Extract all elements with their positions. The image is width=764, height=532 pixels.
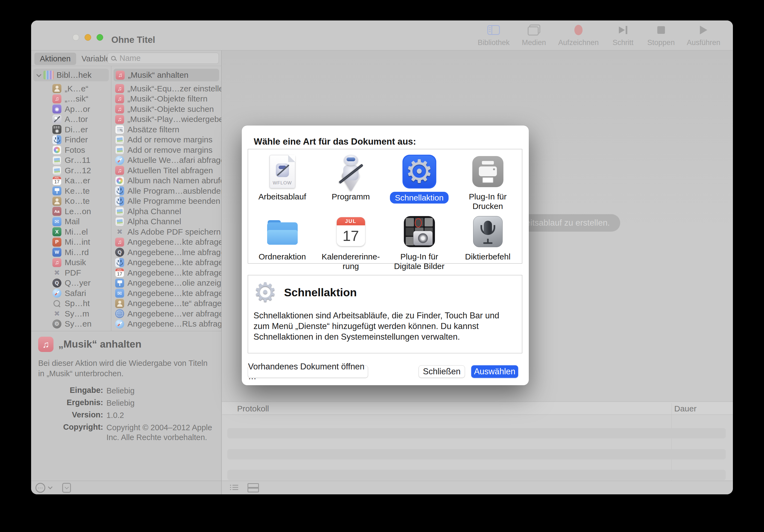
- library-item[interactable]: Sp…ht: [31, 298, 111, 309]
- action-item[interactable]: Aktuellen Titel abfragen: [111, 165, 221, 176]
- library-item[interactable]: Mi…el: [31, 227, 111, 237]
- library-item[interactable]: Gr…11: [31, 155, 111, 166]
- minimize-button[interactable]: [85, 34, 91, 41]
- library-item[interactable]: „…sik“: [31, 94, 111, 104]
- action-item[interactable]: Angegebene…olie anzeigen: [111, 278, 221, 288]
- toolbar-button-schritt[interactable]: Schritt: [611, 23, 635, 47]
- library-item[interactable]: Ke…te: [31, 186, 111, 196]
- close-button[interactable]: [73, 34, 79, 41]
- word-icon: [52, 248, 61, 257]
- textedit-icon: [115, 125, 124, 134]
- library-item[interactable]: Q…yer: [31, 278, 111, 288]
- doc-type-option-diktierbefehl[interactable]: Diktierbefehl: [454, 211, 522, 271]
- library-item[interactable]: PDF: [31, 267, 111, 278]
- library-item[interactable]: Gr…12: [31, 165, 111, 176]
- calendar-day: 17: [54, 179, 60, 185]
- library-item[interactable]: Mail: [31, 217, 111, 227]
- action-item[interactable]: „Musik“-Objekte filtern: [111, 94, 221, 104]
- toolbar-button-bibliothek[interactable]: Bibliothek: [478, 23, 510, 47]
- toolbar-button-aufzeichnen[interactable]: Aufzeichnen: [558, 23, 599, 47]
- library-item[interactable]: Fotos: [31, 145, 111, 155]
- doc-type-option-ordneraktion[interactable]: Ordneraktion: [248, 211, 316, 271]
- library-item-label: Mail: [65, 217, 80, 226]
- action-item[interactable]: Angegebene…te“ abfragen: [111, 298, 221, 309]
- action-item-selected[interactable]: „Musik“ anhalten: [113, 69, 219, 81]
- library-item-label: Sy…m: [65, 309, 89, 318]
- open-existing-document-button[interactable]: Vorhandenes Dokument öffnen …: [248, 365, 368, 378]
- action-item[interactable]: Add or remove margins: [111, 145, 221, 155]
- library-item[interactable]: Sy…en: [31, 319, 111, 329]
- stack-view-icon[interactable]: [248, 483, 257, 492]
- action-item[interactable]: „Musik“-Objekte suchen: [111, 104, 221, 114]
- list-view-icon[interactable]: [230, 485, 238, 491]
- library-item[interactable]: JUL17Ka…er: [31, 176, 111, 186]
- calendar-month: JUL: [53, 177, 61, 179]
- search-input[interactable]: [119, 54, 215, 63]
- toolbar-button-stoppen[interactable]: Stoppen: [647, 23, 675, 47]
- tab-aktionen[interactable]: Aktionen: [34, 53, 76, 65]
- library-header-row[interactable]: Bibl…hek: [33, 69, 109, 81]
- action-item[interactable]: Aktuelle We…afari abfragen: [111, 155, 221, 166]
- automator-icon: [52, 115, 61, 124]
- action-item[interactable]: „Musik“-Play…wiedergeben: [111, 114, 221, 125]
- library-item[interactable]: Le…on: [31, 206, 111, 217]
- digitalimages-icon: [52, 125, 61, 134]
- library-item[interactable]: Ap…or: [31, 104, 111, 114]
- close-button-dialog[interactable]: Schließen: [419, 365, 465, 378]
- library-item[interactable]: Mi…int: [31, 237, 111, 248]
- action-item[interactable]: Als Adobe PDF speichern: [111, 227, 221, 237]
- action-item-label: Album nach Namen abrufen: [127, 176, 221, 185]
- action-item[interactable]: Angegebene…lme abfragen: [111, 247, 221, 258]
- action-item[interactable]: Alpha Channel: [111, 206, 221, 217]
- action-item[interactable]: Alle Program…ausblenden: [111, 186, 221, 196]
- doc-type-option-schnellaktion[interactable]: ⚙Schnellaktion: [385, 151, 454, 211]
- music-icon: [115, 94, 124, 103]
- doc-type-option-arbeitsablauf[interactable]: WFLOWArbeitsablauf: [248, 151, 316, 211]
- library-item[interactable]: A…tor: [31, 114, 111, 125]
- select-button[interactable]: Auswählen: [471, 365, 518, 378]
- library-item[interactable]: Musik: [31, 258, 111, 268]
- library-item[interactable]: Mi…rd: [31, 247, 111, 258]
- action-item[interactable]: Alpha Channel: [111, 217, 221, 227]
- chevron-down-icon[interactable]: [48, 484, 53, 489]
- search-field[interactable]: [107, 53, 219, 64]
- doc-type-option-plug-in-für-drucken[interactable]: Plug-In für Drucken: [454, 151, 522, 211]
- step-icon: [619, 23, 627, 37]
- dialog-title: Wähle eine Art für das Dokument aus:: [254, 136, 416, 147]
- zoom-button[interactable]: [96, 34, 103, 41]
- action-item[interactable]: Alle Programme beenden: [111, 196, 221, 207]
- action-item[interactable]: Angegebene…kte abfragen: [111, 288, 221, 298]
- action-item[interactable]: Absätze filtern: [111, 124, 221, 135]
- toolbar-button-medien[interactable]: Medien: [522, 23, 546, 47]
- library-item[interactable]: Sy…m: [31, 308, 111, 319]
- action-item[interactable]: Angegebene…kte abfragen: [111, 258, 221, 268]
- media-popup-icon[interactable]: [62, 483, 71, 493]
- action-item[interactable]: JUL17Angegebene…kte abfragen: [111, 267, 221, 278]
- doc-type-option-kalendererinne--rung[interactable]: JUL17Kalendererinne- rung: [316, 211, 385, 271]
- toolbar-label: Schritt: [613, 39, 634, 47]
- chevron-expanded-icon[interactable]: [36, 72, 41, 77]
- library-item[interactable]: Di…er: [31, 124, 111, 135]
- action-item[interactable]: Angegebene…RLs abfragen: [111, 319, 221, 329]
- more-options-icon[interactable]: ⋯: [36, 483, 45, 493]
- library-item[interactable]: „K…e“: [31, 84, 111, 94]
- action-item[interactable]: „Musik“-Equ…zer einstellen: [111, 84, 221, 94]
- music-icon: [115, 238, 124, 247]
- fotos-icon: [115, 176, 124, 185]
- library-item[interactable]: Safari: [31, 288, 111, 298]
- toolbar-button-ausführen[interactable]: Ausführen: [687, 23, 720, 47]
- action-item[interactable]: Add or remove margins: [111, 135, 221, 145]
- photostack-icon: [115, 217, 124, 226]
- doc-type-option-plug-in-für-digitale-bilder[interactable]: Plug-In für Digitale Bilder: [385, 211, 454, 271]
- action-item[interactable]: Album nach Namen abrufen: [111, 176, 221, 186]
- action-item[interactable]: Angegebene…ver abfragen: [111, 308, 221, 319]
- sidebar: Aktionen Variablen Bibl…hek„K…e“„…sik“Ap…: [31, 51, 222, 494]
- action-item[interactable]: Angegebene…kte abfragen: [111, 237, 221, 248]
- finder-icon: [115, 258, 124, 267]
- library-item[interactable]: Ko…te: [31, 196, 111, 207]
- doc-type-option-programm[interactable]: Programm: [316, 151, 385, 211]
- library-item[interactable]: Finder: [31, 135, 111, 145]
- detail-field-value: Beliebig: [106, 398, 134, 408]
- music-icon: [115, 104, 124, 113]
- sidebar-tabs-row: Aktionen Variablen: [31, 51, 221, 66]
